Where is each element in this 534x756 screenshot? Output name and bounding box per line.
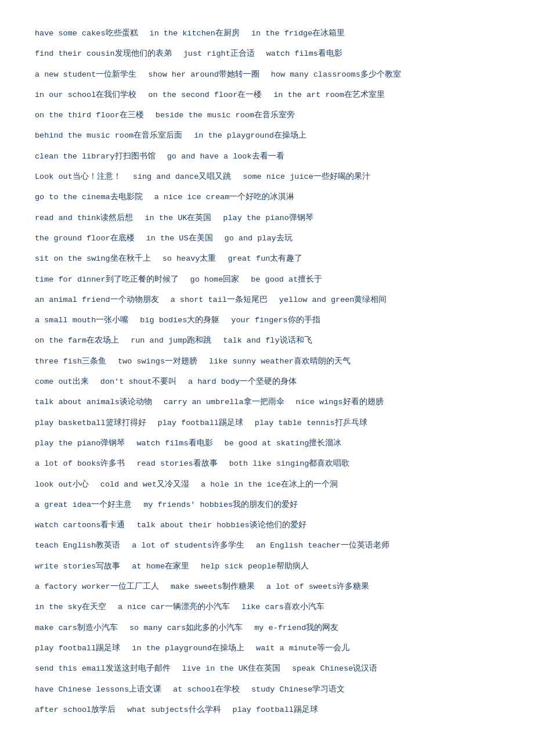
phrase-item: on the third floor在三楼 — [35, 108, 144, 123]
phrase-chinese: 在英国 — [187, 214, 211, 222]
phrase-item: your fingers你的手指 — [231, 313, 320, 327]
phrase-chinese: 一个好吃的冰淇淋 — [229, 193, 294, 201]
phrase-english: clean the library — [35, 152, 115, 161]
phrase-chinese: 擅长溜冰 — [309, 439, 341, 448]
phrase-chinese: 拿一把雨伞 — [244, 398, 284, 406]
phrase-item: a new student一位新学生 — [35, 67, 136, 82]
phrase-row: write stories写故事at home在家里help sick peop… — [35, 556, 499, 577]
phrase-english: at home — [132, 562, 165, 571]
phrase-english: in the fridge — [251, 29, 312, 38]
phrase-english: speak Chinese — [292, 664, 353, 673]
phrase-item: Look out当心！注意！ — [35, 170, 121, 184]
phrase-row: three fish三条鱼two swings一对翅膀like sunny we… — [35, 351, 499, 372]
phrase-item: watch films看电影 — [266, 46, 342, 61]
phrase-english: a small mouth — [35, 316, 96, 325]
phrase-english: behind the music room — [35, 131, 134, 140]
phrase-english: three fish — [35, 357, 82, 366]
phrase-item: my e-friend我的网友 — [254, 621, 338, 635]
phrase-row: the ground floor在底楼in the US在美国go and pl… — [35, 228, 499, 249]
phrase-item: my friends' hobbies我的朋友们的爱好 — [143, 498, 298, 512]
phrase-english: go and play — [225, 234, 276, 243]
phrase-item: be good at擅长于 — [251, 272, 322, 287]
phrase-english: study Chinese — [251, 685, 312, 694]
phrase-chinese: 许多书 — [100, 459, 125, 468]
phrase-chinese: 许多糖果 — [337, 582, 369, 591]
phrase-item: what subjects什么学科 — [127, 703, 221, 717]
phrase-english: have Chinese lessons — [35, 685, 129, 694]
phrase-row: have Chinese lessons上语文课at school在学校stud… — [35, 679, 499, 700]
phrase-item: go to the cinema去电影院 — [35, 190, 143, 204]
phrase-chinese: 去电影院 — [110, 193, 143, 201]
phrase-row: in the sky在天空a nice car一辆漂亮的小汽车like cars… — [35, 597, 499, 617]
phrase-item: a hard body一个坚硬的身体 — [188, 375, 297, 389]
phrase-chinese: 在农场上 — [86, 336, 119, 345]
phrase-item: read and think读然后想 — [35, 211, 133, 225]
phrase-chinese: 说话和飞 — [280, 336, 312, 345]
phrase-english: be good at — [251, 275, 298, 284]
phrase-chinese: 一位新学生 — [96, 70, 136, 79]
phrase-row: on the farm在农场上run and jump跑和跳talk and f… — [35, 330, 499, 351]
phrase-chinese: 篮球打得好 — [106, 419, 146, 427]
phrase-row: send this email发送这封电子邮件live in the UK住在英… — [35, 658, 499, 679]
phrase-row: after school放学后what subjects什么学科play foo… — [35, 700, 499, 720]
phrase-chinese: 一张小嘴 — [96, 316, 128, 325]
phrase-item: cold and wet又冷又湿 — [100, 477, 189, 492]
phrase-item: a lot of sweets许多糖果 — [266, 579, 370, 594]
phrase-item: go and have a look去看一看 — [167, 149, 284, 164]
phrase-item: read stories看故事 — [136, 456, 217, 471]
phrase-chinese: 说汉语 — [353, 664, 377, 673]
phrase-english: my friends' hobbies — [143, 501, 233, 509]
phrase-item: help sick people帮助病人 — [201, 559, 309, 574]
phrase-english: an English teacher — [256, 541, 341, 550]
phrase-english: a lot of sweets — [266, 582, 337, 591]
phrase-item: study Chinese学习语文 — [251, 682, 345, 697]
phrase-item: talk about animals谈论动物 — [35, 395, 152, 409]
phrase-row: play the piano弹钢琴watch films看电影be good a… — [35, 433, 499, 453]
phrase-item: in the sky在天空 — [35, 600, 106, 614]
phrase-chinese: 一个动物朋友 — [110, 296, 159, 304]
phrase-chinese: 一位工厂工人 — [110, 582, 159, 591]
phrase-english: nice wings — [296, 398, 343, 406]
phrase-chinese: 在三楼 — [120, 111, 144, 120]
phrase-item: big bodies大的身躯 — [140, 313, 219, 327]
phrase-english: some nice juice — [243, 172, 313, 181]
phrase-item: in the art room在艺术室里 — [273, 88, 385, 102]
phrase-chinese: 太有趣了 — [270, 254, 302, 263]
phrase-english: play football — [233, 705, 294, 714]
phrase-row: have some cakes吃些蛋糕in the kitchen在厨房in t… — [35, 23, 499, 44]
phrase-english: read and think — [35, 214, 100, 222]
phrase-chinese: 我的朋友们的爱好 — [233, 501, 298, 509]
phrase-row: come out出来don't shout不要叫a hard body一个坚硬的… — [35, 372, 499, 392]
phrase-english: a lot of students — [132, 541, 212, 550]
phrase-item: play football踢足球 — [233, 703, 318, 717]
phrase-item: watch films看电影 — [136, 436, 212, 451]
phrase-item: both like singing都喜欢唱歌 — [229, 456, 350, 471]
phrase-chinese: 带她转一圈 — [219, 70, 259, 79]
phrase-chinese: 发现他们的表弟 — [115, 49, 172, 58]
phrase-item: yellow and green黄绿相间 — [279, 293, 387, 307]
phrase-english: play football — [35, 644, 96, 653]
phrase-english: watch films — [136, 439, 188, 448]
phrase-english: wait a minute — [256, 644, 317, 653]
phrase-chinese: 不要叫 — [152, 377, 176, 386]
phrase-english: great fun — [228, 254, 270, 263]
phrase-english: both like singing — [229, 459, 309, 468]
phrase-item: run and jump跑和跳 — [131, 333, 211, 348]
phrase-english: Look out — [35, 172, 73, 181]
phrase-english: in the playground — [194, 131, 274, 140]
phrase-english: at school — [173, 685, 215, 694]
phrase-english: run and jump — [131, 336, 187, 345]
phrase-item: two swings一对翅膀 — [118, 354, 197, 369]
phrase-chinese: 都喜欢唱歌 — [309, 459, 349, 468]
phrase-chinese: 太重 — [200, 254, 216, 263]
phrase-chinese: 制作糖果 — [222, 582, 255, 591]
phrase-item: beside the music room在音乐室旁 — [156, 108, 295, 123]
phrase-chinese: 当心！注意！ — [73, 172, 121, 181]
phrase-item: like cars喜欢小汽车 — [241, 600, 324, 614]
phrase-english: a nice car — [118, 603, 165, 611]
phrase-item: show her around带她转一圈 — [148, 67, 259, 82]
phrase-chinese: 制造小汽车 — [77, 624, 118, 632]
phrase-english: in the UK — [145, 214, 187, 222]
phrase-english: talk and fly — [223, 336, 279, 345]
phrase-row: watch cartoons看卡通talk about their hobbie… — [35, 515, 499, 535]
